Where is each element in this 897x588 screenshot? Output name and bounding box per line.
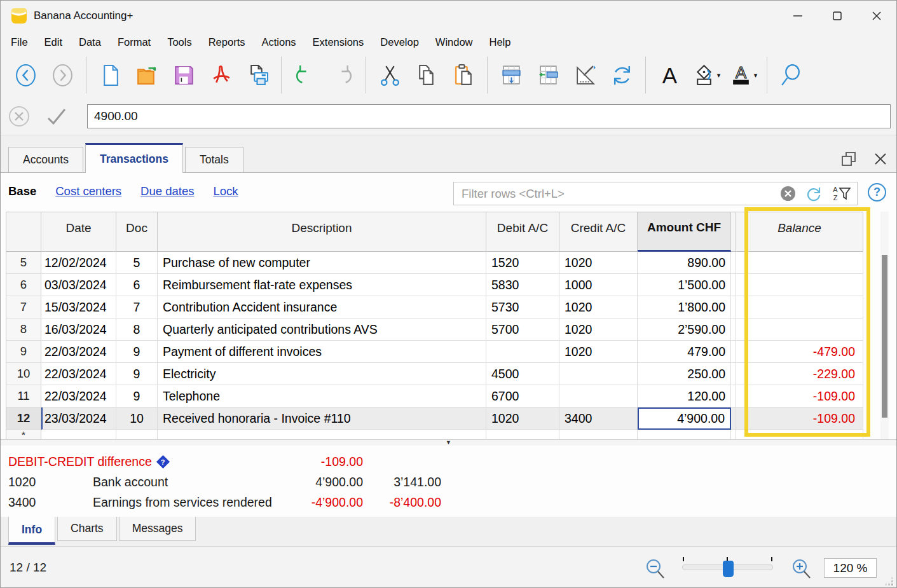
dropdown-caret-icon[interactable]: ▾ <box>717 71 721 79</box>
save-button[interactable] <box>165 58 202 92</box>
cell-amount[interactable]: 2’590.00 <box>638 318 731 341</box>
cell-balance[interactable] <box>736 296 863 318</box>
cell-debit-account[interactable]: 5730 <box>486 296 559 318</box>
tab-info[interactable]: Info <box>8 517 55 545</box>
row-number[interactable]: 12 <box>6 407 41 430</box>
close-view-icon[interactable] <box>873 152 887 166</box>
minimize-button[interactable] <box>778 1 818 31</box>
clear-filter-icon[interactable] <box>780 186 796 202</box>
menu-help[interactable]: Help <box>481 33 519 51</box>
menu-reports[interactable]: Reports <box>200 33 254 51</box>
cell-date[interactable]: 16/03/2024 <box>41 318 116 341</box>
cell-description[interactable]: Purchase of new computer <box>158 252 486 274</box>
cell-credit-account[interactable]: 1000 <box>559 274 638 296</box>
refresh-filter-icon[interactable] <box>805 186 822 202</box>
cell-date[interactable]: 22/03/2024 <box>41 385 116 407</box>
row-number[interactable]: 11 <box>6 385 41 407</box>
cell-credit-account[interactable]: 1020 <box>559 296 638 318</box>
maximize-button[interactable] <box>818 1 857 31</box>
cell-balance[interactable]: -109.00 <box>736 385 863 407</box>
cell-amount[interactable]: 120.00 <box>638 385 731 407</box>
cell-doc[interactable]: 6 <box>116 274 158 296</box>
help-button[interactable]: ? <box>868 183 886 202</box>
cell-credit-account[interactable]: 3400 <box>559 407 638 430</box>
fill-color-button[interactable]: ▾ <box>688 58 725 92</box>
cell-description[interactable] <box>158 430 486 440</box>
tab-charts[interactable]: Charts <box>57 517 117 541</box>
design-edit-button[interactable] <box>566 58 603 92</box>
font-color-button[interactable]: A ▾ <box>725 58 762 92</box>
close-window-button[interactable] <box>857 1 896 31</box>
cell-balance[interactable]: -109.00 <box>736 407 863 430</box>
sort-filter-icon[interactable]: AZ <box>832 185 851 202</box>
menu-actions[interactable]: Actions <box>253 33 304 51</box>
splitter-handle-icon[interactable]: ▼ <box>446 440 451 446</box>
undo-button[interactable] <box>287 58 324 92</box>
dropdown-caret-icon[interactable]: ▾ <box>754 71 758 79</box>
row-number[interactable]: 6 <box>6 274 41 296</box>
cell-date[interactable]: 12/02/2024 <box>41 252 116 274</box>
menu-tools[interactable]: Tools <box>159 33 200 51</box>
cell-balance[interactable] <box>736 430 863 440</box>
search-button[interactable] <box>772 58 809 92</box>
resize-grip-icon[interactable] <box>885 577 894 586</box>
menu-file[interactable]: File <box>3 33 36 51</box>
table-row[interactable]: 9 22/03/2024 9 Payment of different invo… <box>6 341 862 363</box>
menu-window[interactable]: Window <box>427 33 481 51</box>
tab-messages[interactable]: Messages <box>119 517 196 541</box>
tab-transactions[interactable]: Transactions <box>85 143 183 173</box>
cell-date[interactable]: 03/03/2024 <box>41 274 116 296</box>
font-button[interactable]: A <box>651 58 688 92</box>
table-row[interactable]: 6 03/03/2024 6 Reimbursement flat-rate e… <box>6 274 862 296</box>
table-row[interactable]: * <box>6 430 862 440</box>
cell-doc[interactable]: 8 <box>116 318 158 341</box>
cell-doc[interactable]: 9 <box>116 341 158 363</box>
accept-entry-button[interactable] <box>38 106 74 127</box>
cell-credit-account[interactable] <box>559 385 638 407</box>
cell-doc[interactable]: 9 <box>116 385 158 407</box>
cell-description[interactable]: Electricity <box>158 363 486 385</box>
print-button[interactable] <box>239 58 276 92</box>
menu-extensions[interactable]: Extensions <box>305 33 373 51</box>
cell-debit-account[interactable]: 5700 <box>486 318 559 341</box>
menu-data[interactable]: Data <box>71 33 109 51</box>
header-amount[interactable]: Amount CHF <box>638 212 731 252</box>
pdf-export-button[interactable] <box>202 58 239 92</box>
cell-date[interactable]: 23/03/2024 <box>41 407 116 430</box>
cell-description[interactable]: Reimbursement flat-rate expenses <box>158 274 486 296</box>
header-rownum[interactable] <box>6 212 41 252</box>
redo-button[interactable] <box>324 58 360 92</box>
cut-button[interactable] <box>371 58 408 92</box>
row-number[interactable]: 8 <box>6 318 41 341</box>
table-row[interactable]: 8 16/03/2024 8 Quarterly anticipated con… <box>6 318 862 341</box>
header-balance[interactable]: Balance <box>736 212 863 252</box>
table-row[interactable]: 7 15/03/2024 7 Contribution Accident ins… <box>6 296 862 318</box>
header-doc[interactable]: Doc <box>116 212 158 252</box>
cell-description[interactable]: Received honoraria - Invoice #110 <box>158 407 486 430</box>
cell-amount[interactable]: 4’900.00 <box>638 407 731 430</box>
cell-debit-account[interactable]: 1020 <box>486 407 559 430</box>
cell-doc[interactable]: 7 <box>116 296 158 318</box>
view-due-dates[interactable]: Due dates <box>140 184 194 198</box>
scrollbar-thumb[interactable] <box>882 255 887 418</box>
vertical-scrollbar[interactable] <box>880 212 889 439</box>
cell-credit-account[interactable]: 1020 <box>559 252 638 274</box>
recalculate-button[interactable] <box>603 58 640 92</box>
cell-amount[interactable]: 479.00 <box>638 341 731 363</box>
cell-doc[interactable]: 9 <box>116 363 158 385</box>
cell-doc[interactable]: 10 <box>116 407 158 430</box>
row-number[interactable]: 7 <box>6 296 41 318</box>
cell-credit-account[interactable] <box>559 363 638 385</box>
cell-date[interactable]: 22/03/2024 <box>41 341 116 363</box>
table-row[interactable]: 11 22/03/2024 9 Telephone 6700 120.00 -1… <box>6 385 862 407</box>
panel-splitter[interactable]: ▼ <box>1 439 896 446</box>
cell-description[interactable]: Payment of different invoices <box>158 341 486 363</box>
cell-date[interactable]: 15/03/2024 <box>41 296 116 318</box>
open-file-button[interactable] <box>128 58 165 92</box>
header-debit[interactable]: Debit A/C <box>486 212 559 252</box>
tab-accounts[interactable]: Accounts <box>8 147 83 172</box>
menu-edit[interactable]: Edit <box>36 33 71 51</box>
filter-rows-input[interactable] <box>454 187 780 201</box>
cell-credit-account[interactable]: 1020 <box>559 318 638 341</box>
cell-balance[interactable] <box>736 252 863 274</box>
